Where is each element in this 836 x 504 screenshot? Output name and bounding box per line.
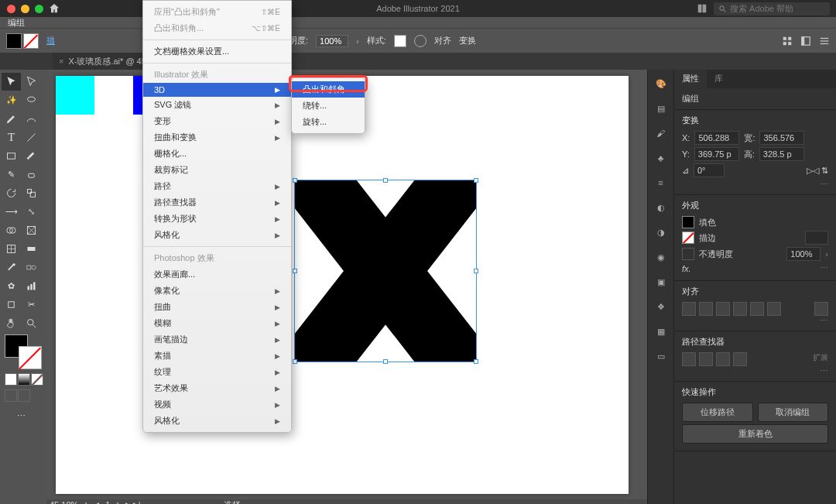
menu-sketch[interactable]: 素描▶ [143,348,291,364]
w-input[interactable] [759,131,804,145]
shape-builder-tool[interactable] [2,221,21,239]
fill-swatch[interactable] [6,33,22,49]
align-buttons[interactable] [682,302,828,316]
menu-pathfinder[interactable]: 路径查找器▶ [143,194,291,211]
menu-artistic[interactable]: 艺术效果▶ [143,380,291,396]
tab-properties[interactable]: 属性 [674,70,707,88]
canvas[interactable]: 45.18%˅ ◀ 1˅ ▶ ▶| 选择 [46,70,647,504]
angle-input[interactable] [694,163,725,177]
lasso-tool[interactable] [22,91,41,109]
arrange-icon[interactable] [697,3,708,14]
offset-path-button[interactable]: 位移路径 [682,403,753,422]
curvature-tool[interactable] [22,110,41,128]
perspective-tool[interactable] [22,221,41,239]
menu-texture[interactable]: 纹理▶ [143,364,291,380]
stroke-link[interactable]: 描 [46,35,55,46]
globe-icon[interactable] [414,35,427,47]
stroke-icon[interactable]: ≡ [653,175,669,190]
x-input[interactable] [694,131,739,145]
graph-tool[interactable] [22,277,41,295]
tab-libraries[interactable]: 库 [707,70,731,88]
menu-brush-strokes[interactable]: 画笔描边▶ [143,331,291,348]
selection-tool[interactable] [2,73,21,91]
screen-mode-icons[interactable] [5,389,30,402]
menu-svg-filters[interactable]: SVG 滤镜▶ [143,97,291,113]
zoom-level[interactable]: 45.18% [50,500,78,504]
artboard-nav[interactable]: 1 [105,500,110,504]
slice-tool[interactable]: ✂ [22,296,41,314]
symbols-icon[interactable]: ♣ [653,150,669,166]
menu-video[interactable]: 视频▶ [143,396,291,413]
blend-tool[interactable] [22,259,41,276]
layers-icon[interactable]: ❖ [653,299,669,314]
hand-tool[interactable] [2,314,21,332]
pen-tool[interactable] [2,110,21,128]
gradient-tool[interactable] [22,240,41,258]
recolor-button[interactable]: 重新着色 [682,424,828,444]
menu-apply-last[interactable]: 应用"凸出和斜角"⇧⌘E [143,4,291,20]
menu-icon[interactable] [819,36,830,46]
shaper-tool[interactable]: ✎ [2,166,21,183]
menu-3d[interactable]: 3D▶ [143,83,291,97]
menu-blur[interactable]: 模糊▶ [143,315,291,331]
pathfinder-buttons[interactable]: 扩展 [682,352,828,366]
menu-rasterize[interactable]: 栅格化... [143,146,291,162]
minimize-window-button[interactable] [21,5,29,13]
menu-warp[interactable]: 变形▶ [143,113,291,129]
menu-ps-distort[interactable]: 扭曲▶ [143,299,291,315]
color-mode-swatches[interactable] [5,373,43,386]
width-tool[interactable]: ⟶ [2,203,21,221]
transparency-icon[interactable]: ◑ [653,225,669,240]
menu-path[interactable]: 路径▶ [143,178,291,194]
brush-tool[interactable] [22,147,41,165]
panel-icon[interactable] [800,36,811,46]
edit-toolbar[interactable]: ⋯ [2,407,40,425]
submenu-rotate[interactable]: 旋转... [292,114,365,130]
grid-icon[interactable] [782,36,793,46]
graphic-styles-icon[interactable]: ▣ [653,274,669,290]
direct-select-tool[interactable] [22,73,41,91]
stroke-color[interactable] [682,231,694,244]
asset-export-icon[interactable]: ▦ [653,324,669,339]
fx-button[interactable]: fx. [682,264,691,273]
zoom-tool[interactable] [22,314,41,332]
eraser-tool[interactable] [22,166,41,183]
menu-crop-marks[interactable]: 裁剪标记 [143,162,291,178]
zoom-window-button[interactable] [35,5,43,13]
type-tool[interactable]: T [2,129,21,146]
y-input[interactable] [694,147,739,161]
brushes-icon[interactable]: 🖌 [653,125,669,141]
menu-raster-settings[interactable]: 文档栅格效果设置... [143,43,291,60]
stroke-width-input[interactable] [805,231,828,245]
menu-effect-gallery[interactable]: 效果画廊... [143,266,291,283]
submenu-extrude-bevel[interactable]: 凸出和斜角... [292,81,365,98]
ungroup-button[interactable]: 取消编组 [758,403,829,422]
gradient-panel-icon[interactable]: ◐ [653,200,669,215]
menu-convert-shape[interactable]: 转换为形状▶ [143,211,291,227]
opacity-input[interactable] [316,35,348,47]
rotate-tool[interactable] [2,184,21,202]
align-button[interactable]: 对齐 [434,35,451,46]
color-panel-icon[interactable]: 🎨 [653,76,669,91]
menu-distort[interactable]: 扭曲和变换▶ [143,129,291,146]
opacity-panel-input[interactable] [786,247,821,261]
artboard-tool[interactable] [2,296,21,314]
free-transform-tool[interactable]: ⤡ [22,203,41,221]
stroke-swatch[interactable] [23,33,39,49]
menu-last-effect[interactable]: 凸出和斜角...⌥⇧⌘E [143,20,291,36]
menu-ps-stylize[interactable]: 风格化▶ [143,413,291,429]
appearance-icon[interactable]: ◉ [653,249,669,265]
home-icon[interactable] [48,2,60,15]
magic-wand-tool[interactable]: ✨ [2,91,21,109]
fill-stroke-indicator[interactable] [5,334,42,369]
close-window-button[interactable] [7,5,15,13]
line-tool[interactable] [22,129,41,146]
artboards-icon[interactable]: ▭ [653,348,669,364]
menu-stylize[interactable]: 风格化▶ [143,227,291,243]
submenu-revolve[interactable]: 绕转... [292,98,365,114]
search-input[interactable]: 搜索 Adobe 帮助 [714,2,830,15]
eyedropper-tool[interactable] [2,259,21,276]
fill-color[interactable] [682,216,694,228]
rectangle-tool[interactable] [2,147,21,165]
swatches-icon[interactable]: ▤ [653,101,669,116]
